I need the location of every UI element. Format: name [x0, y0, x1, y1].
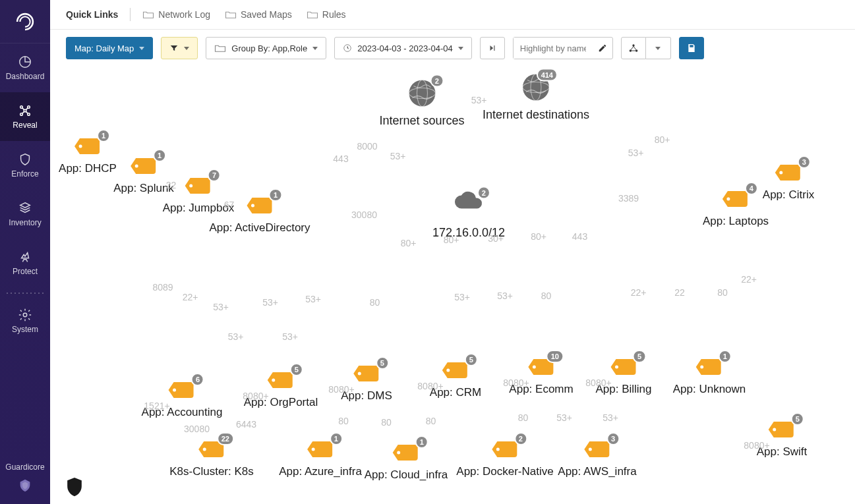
svg-point-5 [23, 313, 27, 317]
node-app-laptops[interactable]: 4App: Laptops [703, 188, 769, 228]
node-label: App: DHCP [59, 162, 117, 175]
brand-logo[interactable] [0, 0, 50, 43]
quicklink-rules[interactable]: Rules [307, 9, 346, 20]
edge-label: 53+ [628, 148, 644, 158]
node-internet-sources[interactable]: 2Internet sources [379, 78, 464, 128]
svg-point-68 [446, 369, 450, 372]
filter-button[interactable] [161, 37, 198, 59]
node-count-badge: 1 [330, 432, 343, 445]
node-app-dhcp[interactable]: 1App: DHCP [59, 136, 117, 175]
svg-point-65 [173, 389, 177, 392]
node-app-accounting[interactable]: 6App: Accounting [142, 379, 223, 419]
edge-label: 443 [333, 154, 348, 164]
save-icon [686, 43, 697, 53]
node-count-badge: 10 [546, 350, 564, 363]
highlight-input-group [513, 37, 613, 59]
daterange-button[interactable]: 2023-04-03 - 2023-04-04 [334, 37, 472, 59]
node-count-badge: 1 [269, 188, 282, 202]
chevron-down-icon [184, 47, 189, 50]
edge-label: 80 [717, 287, 728, 298]
brand-name: Guardicore [5, 462, 44, 472]
node-k8s-cluster[interactable]: 22K8s-Cluster: K8s [169, 439, 254, 478]
node-label: App: Billing [595, 383, 651, 396]
node-app-azure-infra[interactable]: 1App: Azure_infra [279, 439, 362, 478]
node-app-citrix[interactable]: 3App: Citrix [763, 162, 814, 202]
jump-latest-button[interactable] [480, 37, 505, 59]
tag-icon: 5 [266, 370, 295, 391]
sidebar-item-label: System [12, 325, 38, 334]
map-canvas[interactable]: 2Internet sources414Internet destination… [50, 67, 855, 504]
svg-point-69 [533, 366, 536, 369]
node-app-aws-infra[interactable]: 3App: AWS_infra [558, 439, 636, 478]
node-count-badge: 7 [208, 169, 221, 182]
node-app-unknown[interactable]: 1App: Unknown [673, 356, 746, 396]
edit-icon[interactable] [593, 43, 612, 53]
sidebar-item-protect[interactable]: Protect [0, 238, 50, 287]
sidebar-item-dashboard[interactable]: Dashboard [0, 43, 50, 92]
sidebar-item-inventory[interactable]: Inventory [0, 190, 50, 238]
node-app-ecomm[interactable]: 10App: Ecomm [509, 356, 573, 396]
svg-point-70 [615, 366, 618, 369]
node-app-docker-native[interactable]: 2App: Docker-Native [456, 439, 553, 478]
node-count-badge: 1 [153, 149, 166, 162]
sidebar-item-label: Dashboard [6, 72, 45, 81]
node-count-badge: 6 [191, 373, 204, 386]
globe-icon: 414 [521, 72, 551, 103]
sidebar-item-system[interactable]: System [0, 296, 50, 345]
tag-icon: 10 [527, 356, 556, 378]
edge-label: 80 [518, 412, 529, 423]
node-app-cloud-infra[interactable]: 1App: Cloud_infra [365, 442, 448, 482]
cloud-icon: 2 [454, 190, 484, 221]
vertical-divider [130, 8, 131, 21]
save-button[interactable] [679, 37, 704, 59]
tag-icon: 22 [197, 439, 226, 460]
edge-label: 80+ [401, 238, 417, 248]
groupby-button[interactable]: Group By: App,Role [206, 37, 326, 59]
layout-graph-button[interactable] [621, 37, 646, 59]
node-app-billing[interactable]: 5App: Billing [595, 356, 651, 396]
node-label: App: DMS [341, 389, 392, 403]
edge-label: 53+ [497, 291, 513, 301]
node-label: App: Accounting [142, 406, 223, 419]
node-count-badge: 5 [290, 363, 303, 376]
node-count-badge: 1 [415, 435, 428, 449]
filter-icon [169, 43, 179, 53]
tag-icon: 2 [490, 439, 519, 460]
node-count-badge: 2 [477, 186, 490, 200]
sidebar-item-label: Enforce [11, 169, 38, 179]
node-172-16-0-0-12[interactable]: 2172.16.0.0/12 [432, 190, 505, 240]
quicklink-saved-maps[interactable]: Saved Maps [225, 9, 292, 20]
edge-label: 53+ [228, 331, 244, 342]
chevron-down-icon [139, 47, 144, 50]
node-app-dms[interactable]: 5App: DMS [341, 363, 392, 403]
svg-point-0 [20, 106, 23, 109]
node-label: App: Laptops [703, 215, 769, 228]
map-select-button[interactable]: Map: Daily Map [66, 37, 153, 59]
sidebar-item-enforce[interactable]: Enforce [0, 141, 50, 190]
folder-icon [214, 43, 226, 53]
edge-label: 22+ [631, 287, 647, 298]
enforce-icon [18, 152, 32, 167]
tag-icon: 6 [167, 379, 196, 401]
edge-label: 22 [674, 287, 685, 298]
node-internet-destinations[interactable]: 414Internet destinations [483, 72, 589, 122]
svg-point-76 [496, 448, 499, 451]
sidebar-item-reveal[interactable]: Reveal [0, 92, 50, 141]
edge-label: 53+ [282, 331, 298, 342]
highlight-input[interactable] [514, 38, 593, 59]
svg-point-72 [773, 428, 776, 432]
node-app-activedirectory[interactable]: 1App: ActiveDirectory [209, 195, 310, 235]
node-count-badge: 5 [791, 412, 804, 426]
edge-label: 53+ [390, 151, 406, 161]
node-label: K8s-Cluster: K8s [169, 465, 254, 478]
node-app-crm[interactable]: 5App: CRM [430, 360, 481, 399]
node-app-swift[interactable]: 5App: Swift [757, 419, 808, 459]
svg-point-1 [28, 106, 30, 109]
map-select-label: Map: Daily Map [74, 43, 134, 53]
edge-label: 22+ [741, 274, 757, 285]
svg-point-3 [28, 113, 30, 116]
node-app-orgportal[interactable]: 5App: OrgPortal [244, 370, 318, 409]
quicklink-network-log[interactable]: Network Log [142, 9, 210, 20]
layout-dropdown-button[interactable] [646, 37, 671, 59]
shield-icon [66, 478, 83, 497]
